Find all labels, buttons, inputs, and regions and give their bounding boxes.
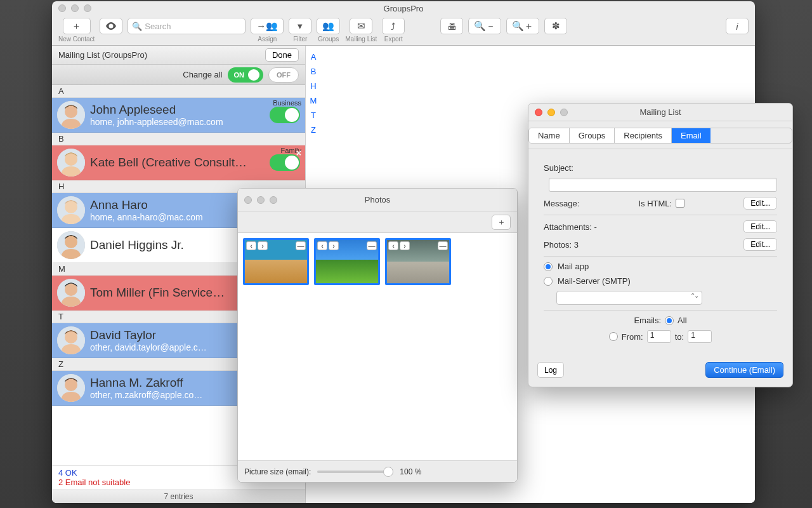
- toolbar: ＋ New Contact 🔍 Search →👥 Assign ▾ Filte…: [52, 15, 755, 46]
- next-icon[interactable]: ›: [329, 241, 339, 250]
- picture-size-slider[interactable]: [317, 471, 393, 473]
- edit-message-button[interactable]: Edit...: [743, 197, 777, 210]
- index-letter-Z[interactable]: Z: [306, 123, 321, 137]
- zoom-out-button[interactable]: 🔍－: [468, 18, 501, 34]
- emails-to-input[interactable]: 1: [688, 330, 712, 343]
- done-button[interactable]: Done: [265, 48, 299, 62]
- prev-icon[interactable]: ‹: [246, 241, 256, 250]
- smtp-radio[interactable]: [544, 277, 553, 286]
- next-icon[interactable]: ›: [258, 241, 268, 250]
- avatar: [57, 101, 85, 129]
- edit-photos-button[interactable]: Edit...: [743, 238, 777, 251]
- smtp-label: Mail-Server (SMTP): [558, 276, 631, 286]
- footer-entries: 7 entries: [52, 490, 305, 503]
- ml-footer: Log Continue (Email): [528, 362, 792, 387]
- photos-toolbar: ＋: [238, 211, 517, 233]
- emails-to-label: to:: [675, 332, 684, 342]
- photos-count-label: Photos: 3: [544, 240, 579, 250]
- ml-tabs: Name Groups Recipients Email: [528, 128, 792, 144]
- change-all-label: Change all: [183, 70, 222, 79]
- new-contact-label: New Contact: [58, 36, 95, 43]
- main-titlebar: GroupsPro: [52, 1, 755, 15]
- mailapp-radio[interactable]: [544, 262, 553, 271]
- remove-icon[interactable]: ×: [296, 148, 301, 158]
- attachments-label: Attachments: -: [544, 222, 597, 232]
- continue-button[interactable]: Continue (Email): [705, 362, 783, 378]
- contact-row[interactable]: Kate Bell (Creative Consult…Family×: [52, 145, 305, 180]
- contact-toggle[interactable]: [270, 107, 300, 123]
- tab-groups[interactable]: Groups: [570, 128, 615, 143]
- ishtml-checkbox[interactable]: [676, 199, 684, 208]
- tab-email[interactable]: Email: [672, 128, 710, 143]
- contact-name: John Appleseed: [90, 103, 265, 117]
- zoom-in-button[interactable]: 🔍＋: [506, 18, 539, 34]
- avatar: [57, 279, 85, 307]
- mailapp-label: Mail app: [558, 262, 589, 271]
- contact-email: home, john-appleseed@mac.com: [90, 117, 265, 127]
- search-input[interactable]: 🔍 Search: [128, 18, 246, 34]
- contact-toggle[interactable]: [270, 154, 300, 171]
- emails-all-label: All: [678, 316, 686, 325]
- message-label: Message:: [544, 199, 579, 208]
- emails-from-input[interactable]: 1: [647, 330, 671, 343]
- emails-from-radio[interactable]: [609, 332, 618, 341]
- emails-all-radio[interactable]: [665, 316, 674, 325]
- index-letter-T[interactable]: T: [306, 108, 321, 123]
- mailing-list-window: Mailing List Name Groups Recipients Emai…: [528, 103, 793, 387]
- remove-photo-icon[interactable]: —: [296, 241, 306, 250]
- print-button[interactable]: 🖶: [440, 18, 463, 34]
- window-title: GroupsPro: [52, 4, 755, 13]
- index-letter-M[interactable]: M: [306, 93, 321, 108]
- photos-footer: Picture size (email): 100 %: [238, 460, 517, 482]
- assign-label: Assign: [258, 36, 277, 43]
- avatar: [57, 149, 85, 177]
- export-label: Export: [384, 36, 403, 43]
- tab-recipients[interactable]: Recipients: [615, 128, 672, 143]
- add-photo-button[interactable]: ＋: [492, 215, 511, 230]
- next-icon[interactable]: ›: [400, 241, 410, 250]
- index-letter-A[interactable]: A: [306, 50, 321, 64]
- contact-row[interactable]: John Appleseedhome, john-appleseed@mac.c…: [52, 98, 305, 133]
- log-button[interactable]: Log: [537, 362, 564, 378]
- section-header: B: [52, 133, 305, 145]
- groups-label: Groups: [318, 36, 339, 43]
- prev-icon[interactable]: ‹: [388, 241, 398, 250]
- contact-tag: Business: [273, 99, 301, 107]
- groups-button[interactable]: 👥: [317, 18, 340, 34]
- photos-body: ‹› — ‹› — ‹› —: [238, 233, 517, 460]
- ml-titlebar: Mailing List: [528, 104, 792, 121]
- avatar: [57, 326, 85, 354]
- smtp-select[interactable]: [556, 291, 702, 305]
- change-all-on-toggle[interactable]: ON: [228, 67, 264, 83]
- index-letter-H[interactable]: H: [306, 79, 321, 93]
- subject-input[interactable]: [549, 178, 777, 192]
- change-all-off-toggle[interactable]: OFF: [268, 67, 299, 83]
- remove-photo-icon[interactable]: —: [438, 241, 448, 250]
- photo-thumb[interactable]: ‹› —: [243, 238, 309, 285]
- avatar: [57, 231, 85, 259]
- avatar: [57, 196, 85, 224]
- photo-thumb[interactable]: ‹› —: [314, 238, 380, 285]
- info-button[interactable]: i: [726, 18, 749, 34]
- tab-name[interactable]: Name: [529, 128, 570, 143]
- edit-attachments-button[interactable]: Edit...: [743, 220, 777, 233]
- new-contact-button[interactable]: ＋: [63, 18, 91, 34]
- preview-button[interactable]: [100, 18, 122, 34]
- filter-button[interactable]: ▾: [289, 18, 311, 34]
- section-header: A: [52, 85, 305, 98]
- export-button[interactable]: ⤴: [382, 18, 405, 34]
- ml-title: Mailing List: [528, 107, 792, 117]
- ishtml-label: Is HTML:: [638, 199, 672, 208]
- photo-thumb[interactable]: ‹› —: [385, 238, 451, 285]
- assign-button[interactable]: →👥: [251, 18, 284, 34]
- index-letter-B[interactable]: B: [306, 64, 321, 79]
- contact-info: Kate Bell (Creative Consult…: [90, 156, 265, 170]
- remove-photo-icon[interactable]: —: [367, 241, 377, 250]
- settings-button[interactable]: ✽: [544, 18, 567, 34]
- mailing-list-button[interactable]: ✉: [350, 18, 372, 34]
- list-header: Mailing List (GroupsPro) Done: [52, 46, 305, 65]
- prev-icon[interactable]: ‹: [317, 241, 327, 250]
- search-placeholder: Search: [145, 22, 171, 31]
- search-icon: 🔍: [132, 22, 142, 31]
- filter-label: Filter: [293, 36, 307, 43]
